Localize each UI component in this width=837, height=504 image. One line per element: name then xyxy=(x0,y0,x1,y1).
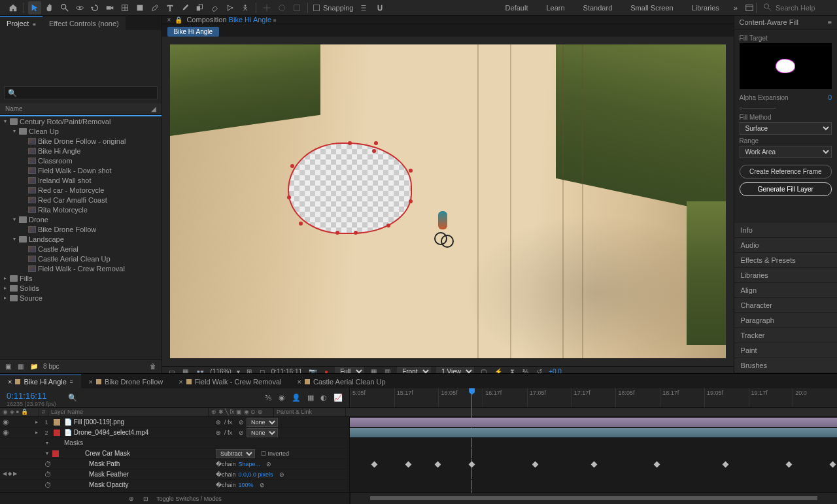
clone-tool-icon[interactable] xyxy=(194,1,207,14)
tree-item[interactable]: Bike Drone Follow xyxy=(0,224,162,234)
comp-mini-flow-icon[interactable]: ⅗ xyxy=(264,394,273,402)
caf-title[interactable]: Content-Aware Fill xyxy=(740,18,798,26)
snap-magnet-icon[interactable] xyxy=(373,1,386,14)
tl-opt2-icon[interactable]: ⊡ xyxy=(142,496,150,502)
project-tab[interactable]: Project≡ xyxy=(0,16,43,30)
panel-character[interactable]: Character xyxy=(734,298,837,313)
range-select[interactable]: Work Area xyxy=(740,146,832,158)
layer-row[interactable]: ▾Masks xyxy=(0,438,349,448)
graph-editor-icon[interactable]: 📈 xyxy=(332,394,344,402)
puppet-tool-icon[interactable] xyxy=(239,1,252,14)
frame-blend-icon[interactable]: ▦ xyxy=(306,394,315,402)
col-parent[interactable]: Parent & Link xyxy=(274,408,346,416)
viewer-canvas[interactable] xyxy=(170,44,726,358)
layer-row[interactable]: ◉▸2📄 Drone_0494_select4.mp4⊛ / fx ⊘ None xyxy=(0,428,349,438)
axis-local-icon[interactable] xyxy=(260,1,273,14)
tree-item[interactable]: Red Car Amalfi Coast xyxy=(0,195,162,205)
layer-row[interactable]: ▾Crew Car MaskSubtract ☐ Inverted xyxy=(0,448,349,459)
tree-item[interactable]: Bike Drone Follow - original xyxy=(0,136,162,146)
workspace-small[interactable]: Small Screen xyxy=(621,1,682,14)
roto-tool-icon[interactable] xyxy=(224,1,237,14)
layer-row[interactable]: ◉▸1📄 Fill [000-119].png⊛ / fx ⊘ None xyxy=(0,417,349,428)
tree-item[interactable]: ▾Clean Up xyxy=(0,126,162,136)
tree-item[interactable]: Ireland Wall shot xyxy=(0,175,162,185)
motion-blur-icon[interactable]: ◐ xyxy=(319,394,328,402)
fill-method-select[interactable]: Surface xyxy=(740,122,832,135)
generate-fill-button[interactable]: Generate Fill Layer xyxy=(740,182,832,196)
nested-comp-tab[interactable]: Bike Hi Angle xyxy=(167,27,219,37)
folder-icon[interactable]: 📁 xyxy=(29,363,39,370)
draft3d-icon[interactable]: ◉ xyxy=(277,394,286,402)
panel-align[interactable]: Align xyxy=(734,283,837,298)
viewer-breadcrumb[interactable]: Composition Bike Hi Angle ≡ xyxy=(186,16,276,24)
hand-tool-icon[interactable] xyxy=(43,1,56,14)
timeline-navigator[interactable] xyxy=(370,496,817,500)
tl-opt1-icon[interactable]: ⊕ xyxy=(128,496,135,502)
brush-tool-icon[interactable] xyxy=(179,1,192,14)
layer-row[interactable]: ⏱Mask Expansion�chain 0.0 pixels ⊘ xyxy=(0,490,349,492)
axis-view-icon[interactable] xyxy=(290,1,303,14)
panel-audio[interactable]: Audio xyxy=(734,238,837,253)
panel-effects-presets[interactable]: Effects & Presets xyxy=(734,253,837,268)
label-icon[interactable]: ◢ xyxy=(151,105,156,112)
project-tree[interactable]: ▾Century Roto/Paint/Removal▾Clean UpBike… xyxy=(0,115,162,359)
col-name[interactable]: Name xyxy=(5,105,23,112)
tree-item[interactable]: Rita Motorcycle xyxy=(0,205,162,214)
col-layer-name[interactable]: Layer Name xyxy=(48,408,209,416)
alpha-exp-value[interactable]: 0 xyxy=(828,94,832,103)
panel-paint[interactable]: Paint xyxy=(734,343,837,358)
timeline-tab[interactable]: ×Castle Aerial Clean Up xyxy=(290,375,394,388)
create-reference-button[interactable]: Create Reference Frame xyxy=(740,165,832,178)
flowchart-icon[interactable]: × xyxy=(167,16,171,24)
zoom-tool-icon[interactable] xyxy=(58,1,71,14)
tree-item[interactable]: Classroom xyxy=(0,156,162,165)
home-icon[interactable] xyxy=(7,1,20,14)
mask-shape[interactable] xyxy=(288,143,412,234)
layer-row[interactable]: ⏱Mask Feather�chain 0.0,0.0 pixels ⊘ xyxy=(0,469,349,480)
panel-menu-icon[interactable]: ≡ xyxy=(828,18,832,26)
timeline-search-icon[interactable]: 🔍 xyxy=(68,394,77,402)
workspace-learn[interactable]: Learn xyxy=(537,1,573,14)
snapping-options-icon[interactable] xyxy=(357,1,370,14)
tree-item[interactable]: ▸Fills xyxy=(0,273,162,283)
tree-item[interactable]: Castle Aerial Clean Up xyxy=(0,254,162,263)
workspace-standard[interactable]: Standard xyxy=(574,1,622,14)
tree-item[interactable]: Field Walk - Down shot xyxy=(0,165,162,175)
interpret-icon[interactable]: ▣ xyxy=(4,363,12,370)
panel-tracker[interactable]: Tracker xyxy=(734,328,837,343)
selection-tool-icon[interactable] xyxy=(28,1,41,14)
shape-tool-icon[interactable] xyxy=(133,1,146,14)
search-help-input[interactable] xyxy=(776,4,828,12)
hide-shy-icon[interactable]: 👤 xyxy=(290,394,302,402)
effect-controls-tab[interactable]: Effect Controls (none) xyxy=(43,16,126,30)
panel-brushes[interactable]: Brushes xyxy=(734,358,837,373)
panel-info[interactable]: Info xyxy=(734,223,837,238)
tree-item[interactable]: Castle Aerial xyxy=(0,244,162,254)
pan-behind-tool-icon[interactable] xyxy=(118,1,131,14)
keyframe-nav[interactable]: ◀ ◆ ▶ xyxy=(3,471,17,477)
tree-item[interactable]: Red car - Motorcycle xyxy=(0,185,162,195)
tree-item[interactable]: Field Walk - Crew Removal xyxy=(0,263,162,273)
panel-libraries[interactable]: Libraries xyxy=(734,268,837,283)
layer-row[interactable]: ⏱Mask Opacity�chain 100% ⊘ xyxy=(0,480,349,490)
bpc-toggle[interactable]: 8 bpc xyxy=(43,363,59,370)
workspace-default[interactable]: Default xyxy=(496,1,538,14)
axis-world-icon[interactable] xyxy=(275,1,288,14)
rotation-tool-icon[interactable] xyxy=(88,1,101,14)
pen-tool-icon[interactable] xyxy=(148,1,162,14)
trash-icon[interactable]: 🗑 xyxy=(148,363,158,370)
tree-item[interactable]: Bike Hi Angle xyxy=(0,146,162,156)
orbit-tool-icon[interactable] xyxy=(73,1,86,14)
timeline-tab[interactable]: ×Field Walk - Crew Removal xyxy=(171,375,289,388)
timeline-timecode[interactable]: 0:11:16:11 xyxy=(7,391,56,401)
workspace-libraries[interactable]: Libraries xyxy=(683,1,728,14)
tree-item[interactable]: ▸Solids xyxy=(0,283,162,293)
workspace-overflow-icon[interactable]: » xyxy=(728,1,743,14)
lock-icon[interactable]: 🔒 xyxy=(175,16,182,24)
tree-item[interactable]: ▾Century Roto/Paint/Removal xyxy=(0,116,162,126)
eraser-tool-icon[interactable] xyxy=(209,1,222,14)
toggle-switches-modes[interactable]: Toggle Switches / Modes xyxy=(156,496,222,502)
type-tool-icon[interactable] xyxy=(163,1,177,14)
comp-icon[interactable]: ▦ xyxy=(16,363,25,370)
panel-paragraph[interactable]: Paragraph xyxy=(734,313,837,328)
